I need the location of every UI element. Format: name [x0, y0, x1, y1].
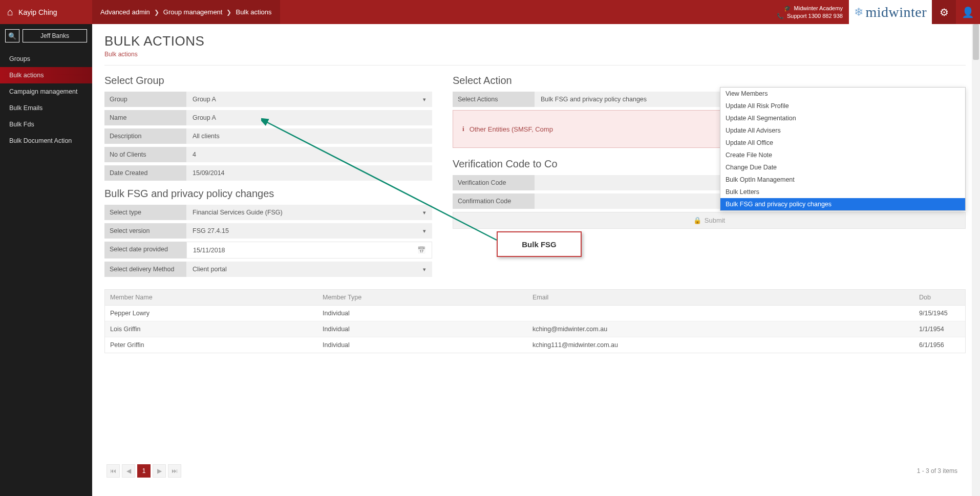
select-action-heading: Select Action	[453, 75, 966, 87]
submit-button[interactable]: 🔒Submit	[453, 212, 966, 229]
home-icon: ⌂	[7, 6, 13, 18]
pager: ⏮ ◀ 1 ▶ ⏭ 1 - 3 of 3 items	[104, 461, 960, 481]
action-option[interactable]: Bulk Letters	[720, 186, 965, 198]
action-option[interactable]: Update All Advisers	[720, 124, 965, 137]
action-option[interactable]: Change Due Date	[720, 161, 965, 174]
academy-icon: 🎓	[784, 5, 791, 12]
cell-type: Individual	[317, 306, 527, 321]
delivery-select[interactable]: Client portal	[186, 262, 432, 277]
warning-text: Other Entities (SMSF, Comp	[470, 125, 553, 133]
gear-icon: ⚙	[940, 6, 949, 18]
pager-next[interactable]: ▶	[153, 464, 166, 478]
cell-email: kching111@midwinter.com.au	[527, 337, 914, 353]
sidebar-item-bulk-emails[interactable]: Bulk Emails	[0, 100, 92, 116]
cell-email: kching@midwinter.com.au	[527, 321, 914, 337]
sidebar-item-campaign[interactable]: Campaign management	[0, 83, 92, 100]
support-phone: Support 1300 882 938	[787, 13, 843, 19]
date-provided-input[interactable]: 15/11/2018	[186, 242, 432, 258]
grid-header: Member Name Member Type Email Dob	[104, 289, 966, 305]
group-select[interactable]: Group A	[186, 92, 432, 107]
sidebar-item-bulk-document[interactable]: Bulk Document Action	[0, 133, 92, 149]
pager-last[interactable]: ⏭	[168, 464, 181, 478]
name-value: Group A	[186, 110, 432, 125]
academy-link[interactable]: Midwinter Academy	[794, 5, 843, 11]
action-option[interactable]: View Members	[720, 88, 965, 100]
scrollbar-thumb[interactable]	[973, 24, 979, 60]
sidebar-item-bulk-actions[interactable]: Bulk actions	[0, 67, 92, 83]
table-row[interactable]: Lois Griffin Individual kching@midwinter…	[105, 321, 965, 337]
action-option[interactable]: Bulk OptIn Management	[720, 174, 965, 186]
breadcrumb: Advanced admin ❯ Group management ❯ Bulk…	[92, 0, 280, 24]
submit-label: Submit	[705, 217, 725, 224]
breadcrumb-item[interactable]: Advanced admin	[100, 8, 150, 16]
settings-button[interactable]: ⚙	[932, 0, 956, 24]
sidebar-item-bulk-fds[interactable]: Bulk Fds	[0, 116, 92, 133]
date-created-value: 15/09/2014	[186, 165, 432, 181]
col-member-type[interactable]: Member Type	[317, 290, 527, 305]
sidebar-menu: Groups Bulk actions Campaign management …	[0, 48, 92, 149]
table-row[interactable]: Pepper Lowry Individual 9/15/1945	[105, 306, 965, 321]
date-created-label: Date Created	[104, 165, 186, 181]
sidebar-item-groups[interactable]: Groups	[0, 51, 92, 67]
snowflake-icon: ❄	[854, 6, 864, 19]
pager-first[interactable]: ⏮	[106, 464, 120, 478]
version-select[interactable]: FSG 27.4.15	[186, 223, 432, 239]
phone-icon: 📞	[777, 13, 784, 19]
sidebar: 🔍 Jeff Banks Groups Bulk actions Campaig…	[0, 24, 92, 496]
brand-logo: ❄midwinter	[849, 0, 932, 24]
chevron-right-icon: ❯	[226, 9, 231, 16]
action-label: Select Actions	[453, 92, 535, 107]
cell-dob: 1/1/1954	[914, 321, 965, 337]
user-icon: 👤	[962, 6, 974, 18]
breadcrumb-item[interactable]: Group management	[163, 8, 223, 16]
annotation-callout: Bulk FSG	[497, 231, 582, 257]
col-email[interactable]: Email	[527, 290, 914, 305]
client-name-selector[interactable]: Jeff Banks	[23, 29, 87, 42]
current-user: Kayip Ching	[18, 8, 57, 16]
action-option[interactable]: Update All Risk Profile	[720, 100, 965, 112]
home-link[interactable]: ⌂ Kayip Ching	[0, 0, 92, 24]
cell-dob: 9/15/1945	[914, 306, 965, 321]
action-option[interactable]: Update All Segmentation	[720, 112, 965, 124]
cell-dob: 6/1/1956	[914, 337, 965, 353]
cell-type: Individual	[317, 321, 527, 337]
cell-name: Lois Griffin	[105, 321, 317, 337]
scrollbar[interactable]	[972, 24, 980, 496]
main-content: BULK ACTIONS Bulk actions Select Group G…	[92, 24, 980, 485]
description-label: Description	[104, 128, 186, 144]
verification-code-label: Verification Code	[453, 175, 535, 190]
version-label: Select version	[104, 223, 186, 239]
table-row[interactable]: Peter Griffin Individual kching111@midwi…	[105, 337, 965, 353]
bulk-fsg-heading: Bulk FSG and privacy policy changes	[104, 188, 432, 200]
profile-button[interactable]: 👤	[956, 0, 980, 24]
name-label: Name	[104, 110, 186, 125]
cell-name: Peter Griffin	[105, 337, 317, 353]
client-count-label: No of Clients	[104, 147, 186, 162]
action-option-selected[interactable]: Bulk FSG and privacy policy changes	[720, 198, 965, 210]
pager-page[interactable]: 1	[137, 464, 151, 478]
date-provided-label: Select date provided	[104, 242, 186, 258]
action-option[interactable]: Create File Note	[720, 149, 965, 161]
group-label: Group	[104, 92, 186, 107]
search-button[interactable]: 🔍	[5, 29, 19, 42]
type-label: Select type	[104, 205, 186, 220]
confirmation-code-label: Confirmation Code	[453, 193, 535, 209]
lock-icon: 🔒	[693, 217, 701, 224]
action-option[interactable]: Update All Office	[720, 137, 965, 149]
client-count-value: 4	[186, 147, 432, 162]
pager-summary: 1 - 3 of 3 items	[917, 467, 957, 475]
chevron-right-icon: ❯	[154, 9, 159, 16]
cell-email	[527, 306, 914, 321]
col-dob[interactable]: Dob	[914, 290, 965, 305]
page-title: BULK ACTIONS	[104, 33, 966, 49]
info-icon: i	[462, 125, 464, 133]
support-info: 🎓Midwinter Academy 📞Support 1300 882 938	[777, 0, 849, 24]
page-subtitle: Bulk actions	[104, 51, 966, 58]
action-dropdown[interactable]: View Members Update All Risk Profile Upd…	[720, 87, 966, 211]
description-value: All clients	[186, 128, 432, 144]
col-member-name[interactable]: Member Name	[105, 290, 317, 305]
breadcrumb-item[interactable]: Bulk actions	[236, 8, 271, 16]
search-icon: 🔍	[8, 32, 16, 40]
pager-prev[interactable]: ◀	[122, 464, 135, 478]
type-select[interactable]: Financial Services Guide (FSG)	[186, 205, 432, 220]
